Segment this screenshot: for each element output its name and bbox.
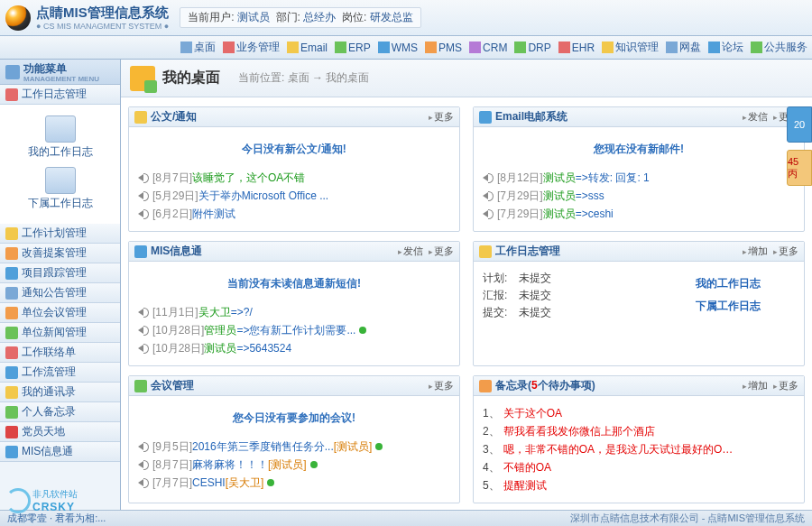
menu-icon xyxy=(514,42,526,53)
status-bar: 成都零壹 · 君看为相:... 深圳市点睛信息技术有限公司 - 点睛MIS管理信… xyxy=(0,510,812,526)
card-action-增加[interactable]: 增加 xyxy=(743,379,768,392)
group-icon xyxy=(5,386,18,399)
sidebar-item-党员天地[interactable]: 党员天地 xyxy=(0,422,120,442)
card-action-发信[interactable]: 发信 xyxy=(398,245,423,258)
sidebar-item-我的通讯录[interactable]: 我的通讯录 xyxy=(0,383,120,402)
notice-link[interactable]: 该睡觉了，这个OA不错 xyxy=(192,170,305,186)
mis-link[interactable]: 5643524 xyxy=(249,340,291,356)
sidebar-item-个人备忘录[interactable]: 个人备忘录 xyxy=(0,402,120,422)
meeting-link[interactable]: 麻将麻将！！！ xyxy=(192,457,268,473)
memo-item[interactable]: 提醒测试 xyxy=(503,477,547,494)
menu-icon xyxy=(180,42,192,53)
sidebar-item-MIS信息通[interactable]: MIS信息通 xyxy=(0,442,120,462)
menu-Email[interactable]: Email xyxy=(287,42,328,54)
brand: 点睛MIS管理信息系统 ● CS MIS MANAGMENT SYSTEM ● xyxy=(36,5,169,31)
sidebar-item-工作流管理[interactable]: 工作流管理 xyxy=(0,363,120,383)
menu-WMS[interactable]: WMS xyxy=(378,42,418,54)
menu-CRM[interactable]: CRM xyxy=(469,42,507,54)
menu-icon xyxy=(287,42,299,53)
group-icon xyxy=(5,88,18,101)
menu-桌面[interactable]: 桌面 xyxy=(180,40,216,55)
menu-DRP[interactable]: DRP xyxy=(514,42,550,54)
brand-en: ● CS MIS MANAGMENT SYSTEM ● xyxy=(36,22,169,31)
card-icon xyxy=(479,380,492,392)
horn-icon xyxy=(138,442,150,452)
card-action-更多[interactable]: 更多 xyxy=(773,379,798,392)
card-action-更多[interactable]: 更多 xyxy=(429,379,454,392)
sidebar-item-工作计划管理[interactable]: 工作计划管理 xyxy=(0,224,120,244)
sidebar-item-工作日志管理[interactable]: 工作日志管理 xyxy=(0,85,120,105)
menu-icon xyxy=(666,42,678,53)
group-icon xyxy=(5,307,18,319)
meeting-link[interactable]: 2016年第三季度销售任务分... xyxy=(192,438,334,455)
page-title: 我的桌面 xyxy=(162,69,220,88)
group-icon xyxy=(5,446,18,458)
card-action-发信[interactable]: 发信 xyxy=(743,110,768,124)
sidebar-big-下属工作日志[interactable]: 下属工作日志 xyxy=(28,167,93,211)
meeting-link[interactable]: CESHI xyxy=(192,475,226,491)
mis-link[interactable]: ?/ xyxy=(244,304,253,320)
email-link[interactable]: ceshi xyxy=(588,206,614,222)
card-icon xyxy=(134,245,147,258)
card-工作日志管理: 工作日志管理增加更多我的工作日志下属工作日志计划:未提交汇报:未提交提交:未提交 xyxy=(473,241,805,366)
status-dot xyxy=(359,327,366,334)
menu-EHR[interactable]: EHR xyxy=(558,42,595,54)
menu-bar: 桌面业务管理EmailERPWMSPMSCRMDRPEHR知识管理网盘论坛公共服… xyxy=(0,36,812,60)
sidebar-item-单位会议管理[interactable]: 单位会议管理 xyxy=(0,303,120,323)
group-icon xyxy=(5,287,18,300)
sidebar-item-单位新闻管理[interactable]: 单位新闻管理 xyxy=(0,323,120,343)
card-action-更多[interactable]: 更多 xyxy=(429,110,454,124)
group-icon xyxy=(5,346,18,359)
memo-item[interactable]: 不错的OA xyxy=(503,459,551,475)
top-bar: 点睛MIS管理信息系统 ● CS MIS MANAGMENT SYSTEM ● … xyxy=(0,0,812,36)
card-icon xyxy=(479,245,492,258)
card-icon xyxy=(134,111,147,124)
group-icon xyxy=(5,406,18,419)
notice-link[interactable]: 关于举办Microsoft Office ... xyxy=(198,188,328,204)
sidebar-item-通知公告管理[interactable]: 通知公告管理 xyxy=(0,283,120,303)
menu-ERP[interactable]: ERP xyxy=(335,42,371,54)
card-Email电邮系统: Email电邮系统发信更多您现在没有新邮件![8月12日] 测试员=>转发: 回… xyxy=(473,106,805,232)
email-link[interactable]: sss xyxy=(588,188,604,204)
menu-icon xyxy=(335,42,346,53)
memo-item[interactable]: 关于这个OA xyxy=(503,405,562,421)
group-icon xyxy=(5,426,18,438)
menu-论坛[interactable]: 论坛 xyxy=(708,40,743,55)
menu-知识管理[interactable]: 知识管理 xyxy=(602,40,659,55)
memo-item[interactable]: 嗯，非常不错的OA，是我这几天试过最好的O… xyxy=(503,441,734,457)
status-dot xyxy=(310,461,318,468)
menu-icon xyxy=(223,42,235,53)
sidebar-big-我的工作日志[interactable]: 我的工作日志 xyxy=(28,115,93,160)
mis-link[interactable]: 您有新工作计划需要... xyxy=(249,322,355,338)
card-icon xyxy=(479,111,492,124)
status-dot xyxy=(267,479,274,486)
sidebar-item-改善提案管理[interactable]: 改善提案管理 xyxy=(0,244,120,263)
worklog-link[interactable]: 下属工作日志 xyxy=(696,299,795,314)
horn-icon xyxy=(138,173,150,183)
horn-icon xyxy=(483,209,494,219)
card-action-更多[interactable]: 更多 xyxy=(429,245,454,258)
menu-PMS[interactable]: PMS xyxy=(425,42,462,54)
group-icon xyxy=(5,267,18,280)
horn-icon xyxy=(138,191,150,201)
sidebar-item-工作联络单[interactable]: 工作联络单 xyxy=(0,343,120,363)
notice-link[interactable]: 附件测试 xyxy=(192,206,235,222)
memo-item[interactable]: 帮我看看我发你微信上那个酒店 xyxy=(503,423,655,439)
worklog-link[interactable]: 我的工作日志 xyxy=(696,276,795,291)
desktop-icon xyxy=(130,66,155,91)
menu-公共服务[interactable]: 公共服务 xyxy=(751,40,807,55)
folder-icon xyxy=(45,167,76,194)
sidebar-item-项目跟踪管理[interactable]: 项目跟踪管理 xyxy=(0,263,120,283)
card-MIS信息通: MIS信息通发信更多当前没有未读信息通新短信![11月1日]吴大卫=>?/[10… xyxy=(128,241,460,366)
card-action-更多[interactable]: 更多 xyxy=(773,245,798,258)
side-stub[interactable]: 20 xyxy=(787,106,812,143)
menu-网盘[interactable]: 网盘 xyxy=(666,40,701,55)
email-link[interactable]: 转发: 回复: 1 xyxy=(588,170,650,186)
menu-业务管理[interactable]: 业务管理 xyxy=(223,40,280,55)
card-公文/通知: 公文/通知更多今日没有新公文/通知![8月7日] 该睡觉了，这个OA不错[5月2… xyxy=(128,106,460,232)
card-action-增加[interactable]: 增加 xyxy=(743,245,768,258)
menu-icon xyxy=(378,42,390,53)
group-icon xyxy=(5,247,18,260)
side-stub[interactable]: 45 丙 xyxy=(787,150,812,186)
menu-icon xyxy=(5,65,20,79)
